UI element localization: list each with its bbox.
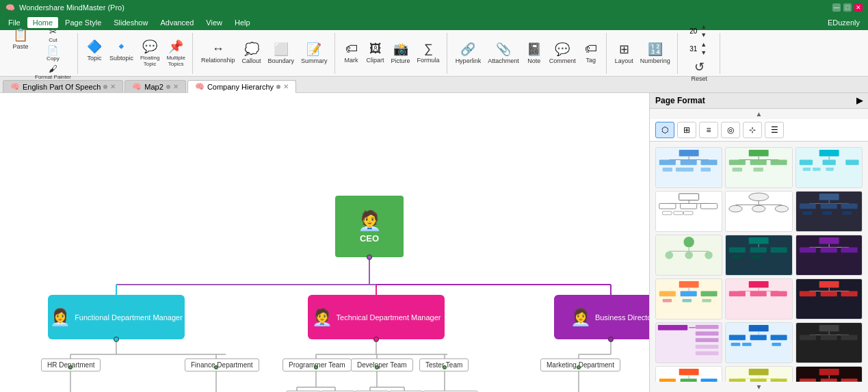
mark-button[interactable]: 🏷 Mark (341, 40, 363, 65)
svg-rect-152 (799, 335, 815, 340)
menu-slideshow[interactable]: Slideshow (108, 17, 153, 28)
tab-map2-close[interactable]: ✕ (173, 83, 179, 90)
numbering-button[interactable]: 🔢 Numbering (637, 40, 673, 66)
cut-button[interactable]: ✂ Cut (33, 26, 73, 44)
zoom-in-button[interactable]: ▲ (698, 23, 709, 31)
func-manager-node[interactable]: 👩‍💼 Functional Department Manager (48, 295, 185, 339)
template-16[interactable] (655, 366, 722, 382)
panel-close-btn[interactable]: ▶ (856, 96, 863, 105)
svg-point-98 (665, 251, 673, 259)
format-painter-button[interactable]: 🖌 Format Painter (33, 63, 73, 81)
template-4[interactable] (655, 191, 722, 232)
panel-tool-grid[interactable]: ⊞ (677, 122, 696, 138)
tech-manager-node[interactable]: 🧑‍💼 Technical Department Manager (308, 295, 445, 339)
developer-team-node[interactable]: Developer Team (351, 358, 413, 371)
boundary-button[interactable]: ⬜ Boundary (265, 40, 298, 66)
floating-topic-button[interactable]: 💬 FloatingTopic (137, 38, 162, 68)
template-12[interactable] (795, 278, 863, 319)
multiple-topics-button[interactable]: 📌 MultipleTopics (163, 38, 188, 68)
callout-button[interactable]: 💭 Callout (239, 40, 264, 66)
panel-tool-conn[interactable]: ⊹ (743, 122, 762, 138)
template-15[interactable] (795, 322, 863, 363)
template-2[interactable] (725, 147, 792, 188)
ceo-label: CEO (360, 233, 379, 244)
formula-icon: ∑ (424, 42, 433, 56)
svg-rect-108 (819, 237, 839, 244)
note-button[interactable]: 📓 Note (523, 40, 545, 66)
comment-icon: 💬 (555, 42, 570, 57)
attachment-button[interactable]: 📎 Attachment (485, 40, 522, 66)
tab-company-hierarchy[interactable]: 🧠 Company Hierarchy ✕ (187, 80, 296, 93)
panel-content[interactable]: P (650, 142, 868, 382)
minimize-btn[interactable]: — (832, 3, 841, 12)
template-7[interactable] (655, 235, 722, 276)
tab-english-close[interactable]: ✕ (110, 83, 116, 90)
picture-button[interactable]: 📸 Picture (389, 40, 413, 66)
template-3[interactable] (795, 147, 863, 188)
ceo-node[interactable]: 🧑‍💼 CEO (335, 196, 404, 257)
menu-help[interactable]: Help (229, 17, 256, 28)
svg-rect-170 (771, 378, 787, 382)
ribbon-group-media: 🏷 Mark 🖼 Clipart 📸 Picture ∑ Formula (337, 33, 447, 74)
panel-scroll-up[interactable]: ▲ (650, 109, 868, 119)
tab-map2[interactable]: 🧠 Map2 ✕ (124, 80, 186, 92)
template-11[interactable] (725, 278, 792, 319)
tag-button[interactable]: 🏷 Tag (580, 40, 602, 65)
template-5[interactable] (725, 191, 792, 232)
panel-scroll-down[interactable]: ▼ (650, 382, 868, 392)
svg-rect-128 (819, 281, 839, 288)
panel-tool-list2[interactable]: ☰ (765, 122, 784, 138)
topic-button[interactable]: 🔷 Topic (83, 38, 105, 63)
finance-dept-node[interactable]: Finance Department (185, 358, 259, 371)
svg-rect-77 (663, 211, 672, 215)
clipart-button[interactable]: 🖼 Clipart (364, 40, 387, 65)
media-items: 🏷 Mark 🖼 Clipart 📸 Picture ∑ Formula (341, 40, 443, 66)
svg-rect-168 (729, 378, 746, 382)
panel-tool-circle[interactable]: ◎ (721, 122, 740, 138)
canvas[interactable]: 🧑‍💼 CEO 👩‍💼 Functional Department Manage… (0, 93, 649, 392)
template-6[interactable] (795, 191, 863, 232)
svg-rect-141 (749, 325, 769, 332)
layout-button[interactable]: ⊞ Layout (612, 40, 636, 66)
zoom2-out-button[interactable]: ▼ (698, 49, 709, 57)
marketing-dept-node[interactable]: Marketing Department (540, 358, 620, 371)
template-1[interactable] (655, 147, 722, 188)
relationship-button[interactable]: ↔ Relationship (198, 40, 238, 65)
menu-advanced[interactable]: Advanced (155, 17, 199, 28)
copy-icon: 📄 (47, 45, 58, 55)
svg-rect-60 (771, 159, 787, 165)
copy-button[interactable]: 📄 Copy (33, 44, 73, 62)
tab-hierarchy-close[interactable]: ✕ (283, 83, 289, 90)
svg-rect-68 (802, 168, 811, 171)
svg-rect-147 (742, 343, 751, 346)
biz-director-node[interactable]: 👩‍💼 Business Director (554, 295, 649, 339)
panel-tool-layout[interactable]: ⬡ (655, 122, 674, 138)
maximize-btn[interactable]: □ (843, 3, 852, 12)
hyperlink-button[interactable]: 🔗 Hyperlink (453, 40, 484, 66)
paste-button[interactable]: 📋 Paste (10, 26, 31, 51)
template-13[interactable] (655, 322, 722, 363)
menu-view[interactable]: View (200, 17, 228, 28)
comment-button[interactable]: 💬 Comment (547, 40, 579, 66)
reset-button[interactable]: ↺ Reset (688, 58, 710, 83)
svg-rect-171 (819, 369, 839, 376)
formula-button[interactable]: ∑ Formula (415, 40, 443, 65)
template-18[interactable]: P (795, 366, 863, 382)
template-10[interactable] (655, 278, 722, 319)
template-17[interactable] (725, 366, 792, 382)
svg-rect-139 (696, 345, 719, 349)
layout-items: ⊞ Layout 🔢 Numbering (612, 40, 673, 66)
panel-tool-list[interactable]: ≡ (699, 122, 718, 138)
subtopic-button[interactable]: 🔹 Subtopic (107, 38, 136, 63)
window-controls: — □ ✕ (832, 3, 863, 12)
template-8[interactable] (725, 235, 792, 276)
template-9[interactable] (795, 235, 863, 276)
tab-english[interactable]: 🧠 English Part Of Speech ✕ (3, 80, 123, 92)
main-area: 🧑‍💼 CEO 👩‍💼 Functional Department Manage… (0, 93, 868, 392)
zoom2-in-button[interactable]: ▲ (698, 40, 709, 49)
template-14[interactable] (725, 322, 792, 363)
svg-rect-138 (696, 338, 719, 342)
zoom-out-button[interactable]: ▼ (698, 31, 709, 39)
close-btn[interactable]: ✕ (854, 3, 863, 12)
summary-button[interactable]: 📝 Summary (298, 40, 330, 66)
